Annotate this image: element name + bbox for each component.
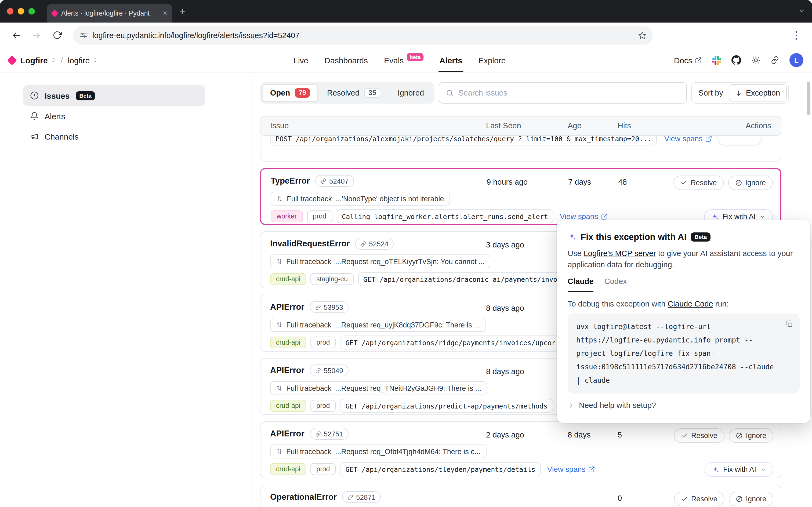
issue-id-pill[interactable]: 53953 [310,301,348,313]
address-bar[interactable]: logfire-eu.pydantic.info/logfire/logfire… [73,26,653,44]
tab-claude[interactable]: Claude [567,277,594,292]
minimize-window-button[interactable] [18,8,24,14]
expand-updown-icon [276,322,282,328]
traceback-chip[interactable]: Full traceback ...Request req_Ofbf4Tjqh4… [270,445,486,458]
sort-control: Sort by Exception [691,82,789,104]
nav-alerts[interactable]: Alerts [440,48,463,72]
browser-menu-icon[interactable]: ⋮ [788,30,805,40]
tab-title: Alerts · logfire/logfire · Pydant [61,9,158,17]
tag-prod: prod [310,400,336,412]
ban-icon [736,432,743,439]
issue-id-pill[interactable]: 52871 [342,491,381,503]
span-code-chip: GET /api/organizations/ridge/payments/in… [340,336,561,349]
main-nav: Live Dashboards Evals beta Alerts Explor… [293,48,506,72]
nav-explore[interactable]: Explore [479,48,506,72]
expand-updown-icon [277,195,283,202]
segment-open[interactable]: Open 79 [262,84,318,102]
nav-evals[interactable]: Evals beta [384,48,424,72]
hits-value: 0 [617,494,622,502]
share-link-icon[interactable] [771,56,779,64]
tag-prod: prod [310,463,336,475]
url-text: logfire-eu.pydantic.info/logfire/logfire… [92,31,633,40]
issue-id-pill[interactable]: 52524 [355,238,394,249]
sort-value-dropdown[interactable]: Exception [729,84,787,102]
nav-dashboards[interactable]: Dashboards [324,48,368,72]
tab-codex[interactable]: Codex [604,277,627,292]
issue-row-partial[interactable]: POST /api/organizations/alexmojaki/proje… [260,136,781,162]
issue-id-pill[interactable]: 52751 [310,428,348,440]
issue-row-operationalerror[interactable]: OperationalError 52871 0 Resolve [260,485,781,507]
tab-search-chevron-icon[interactable] [798,7,806,14]
view-spans-link[interactable]: View spans [560,212,608,221]
popover-title: Fix this exception with AI [581,232,687,242]
theme-sun-icon[interactable] [751,56,760,65]
external-link-icon [695,57,702,64]
sidebar-item-issues[interactable]: Issues Beta [23,86,205,106]
segment-resolved[interactable]: Resolved 35 [319,84,388,102]
ignore-button[interactable]: Ignore [728,428,773,443]
issue-id-pill[interactable]: 52407 [315,175,354,187]
chevron-down-icon [759,213,766,220]
issue-row-apierror-52751[interactable]: APIError 52751 Full traceback ...Request… [260,421,781,478]
bookmark-star-icon[interactable] [638,31,647,40]
breadcrumb: Logfire / logfire [9,55,98,65]
site-settings-icon[interactable] [79,31,88,39]
setup-help-link[interactable]: Need help with setup? [567,401,800,409]
issue-id-pill[interactable]: 55049 [310,364,348,376]
claude-code-link[interactable]: Claude Code [667,299,713,308]
view-spans-link[interactable]: View spans [664,136,712,143]
user-avatar[interactable]: L [790,53,803,67]
fix-with-ai-button[interactable]: Fix with AI [705,462,773,477]
page-scrollbar-thumb[interactable] [807,81,810,115]
sparkles-icon [712,466,719,473]
chevron-right-icon [567,402,575,409]
issue-title: InvalidRequestError [270,239,349,248]
forward-button[interactable] [28,26,45,44]
traceback-chip[interactable]: Full traceback ...'NoneType' object is n… [271,192,450,206]
github-icon[interactable] [732,55,741,65]
command-code-block: uvx logfire@latest --logfire-url https:/… [567,314,800,393]
view-spans-link[interactable]: View spans [547,465,595,473]
traceback-chip[interactable]: Full traceback ...Request req_oTELKiyyrT… [270,255,491,268]
tab-close-icon[interactable] [162,10,168,16]
status-segmented-control: Open 79 Resolved 35 Ignored [260,82,434,104]
reload-button[interactable] [48,26,65,44]
chevron-updown-icon [92,57,98,63]
resolve-button[interactable]: Resolve [674,428,724,443]
window-controls [7,8,35,14]
browser-tab[interactable]: Alerts · logfire/logfire · Pydant [47,4,172,22]
issue-title: APIError [270,365,305,375]
issue-row-typeerror[interactable]: TypeError 52407 Full traceback ...'NoneT… [260,168,781,225]
fix-with-ai-popover: Fix this exception with AI Beta Use Logf… [557,220,810,423]
external-link-icon [601,213,608,220]
close-window-button[interactable] [7,8,13,14]
ignore-button[interactable]: Ignore [728,175,773,190]
segment-ignored[interactable]: Ignored [390,84,432,102]
sidebar-item-alerts[interactable]: Alerts [23,106,205,126]
back-button[interactable] [7,26,25,44]
search-input[interactable] [458,89,680,97]
slack-icon[interactable] [712,56,721,65]
zoom-window-button[interactable] [29,8,35,14]
check-icon [681,432,688,439]
command-text: uvx logfire@latest --logfire-url https:/… [576,320,778,387]
arrow-down-icon [735,90,742,96]
cut-off-button[interactable] [717,136,761,146]
sparkles-icon [711,213,719,220]
new-tab-button[interactable] [179,7,186,15]
copy-icon[interactable] [785,320,793,328]
link-icon [315,431,321,437]
sidebar-item-channels[interactable]: Channels [23,126,205,147]
logfire-logo [7,55,17,65]
org-selector[interactable]: Logfire [20,56,56,65]
resolve-button[interactable]: Resolve [673,175,724,190]
resolve-button[interactable]: Resolve [674,492,724,506]
mcp-server-link[interactable]: Logfire's MCP server [584,249,656,258]
traceback-chip[interactable]: Full traceback ...Request req_TNeitH2yGa… [270,381,487,395]
traceback-chip[interactable]: Full traceback ...Request req_uyjK8dq37D… [270,318,486,332]
docs-link[interactable]: Docs [674,56,702,65]
project-selector[interactable]: logfire [68,56,98,65]
nav-live[interactable]: Live [293,48,308,72]
browser-tab-strip: Alerts · logfire/logfire · Pydant [0,0,812,22]
ignore-button[interactable]: Ignore [728,492,773,506]
